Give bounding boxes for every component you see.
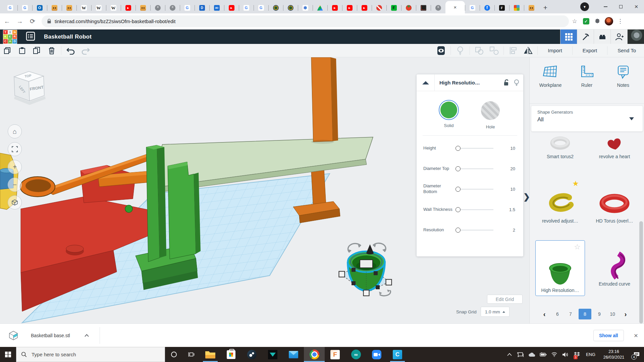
favorite-star-icon[interactable]: ★ [572, 179, 579, 188]
google-tab[interactable]: G [180, 2, 195, 13]
shape-tile[interactable]: HD Torus (overl… [590, 177, 639, 226]
youtube-tab[interactable]: ▶ [357, 2, 372, 13]
workplane-tool[interactable]: Workplane [534, 65, 567, 88]
zoom-in-button[interactable]: + [8, 160, 22, 174]
steam-taskbar-button[interactable] [241, 347, 262, 362]
download-bar-close-icon[interactable]: × [634, 331, 638, 340]
tomato-tab[interactable] [401, 2, 416, 13]
send-to-button[interactable]: Send To [609, 44, 644, 57]
post-shape[interactable] [311, 57, 338, 144]
active-tab[interactable]: × [445, 1, 465, 13]
tinkercad-tab[interactable] [509, 2, 524, 13]
ruler-tool[interactable]: Ruler [570, 65, 603, 88]
show-all-button[interactable]: Show all [593, 330, 624, 341]
robot-tab[interactable] [524, 2, 539, 13]
ungroup-button[interactable] [487, 44, 501, 57]
media-control-button[interactable]: ▼ [580, 2, 589, 11]
youtube-tab[interactable]: ▶ [121, 2, 136, 13]
language-indicator[interactable]: ENG [583, 347, 598, 362]
cortana-button[interactable] [165, 347, 182, 362]
favorite-star-outline-icon[interactable]: ☆ [574, 243, 581, 251]
wiki-tab[interactable]: W [91, 2, 106, 13]
wiki-tab[interactable]: W [76, 2, 91, 13]
shape-tile[interactable]: Smart torus2 [535, 132, 585, 162]
account-avatar[interactable] [627, 29, 644, 44]
paste-button[interactable] [15, 44, 30, 57]
google-tab[interactable]: G [254, 2, 268, 13]
hole-option[interactable]: Hole [480, 100, 501, 129]
url-field[interactable]: tinkercad.com/things/bzZ2siwsOfm-basketb… [42, 15, 569, 27]
tray-chevron-icon[interactable] [504, 347, 515, 362]
robot-tab[interactable] [62, 2, 76, 13]
globe-tab[interactable] [165, 2, 180, 13]
brick-button[interactable] [594, 29, 610, 44]
slider-track[interactable] [460, 209, 493, 210]
globe-tab[interactable] [431, 2, 445, 13]
file-explorer-taskbar-button[interactable] [200, 347, 221, 362]
prev-page-button[interactable]: ‹ [539, 309, 549, 319]
view-cube[interactable]: TOP LEFT FRONT [9, 67, 48, 109]
action-center-icon[interactable]: 4 [629, 347, 644, 362]
crest-tab[interactable] [283, 2, 298, 13]
dropbox-icon[interactable]: 3 [571, 347, 583, 362]
google-tab[interactable]: G [465, 2, 480, 13]
browser-menu-icon[interactable]: ⋮ [614, 16, 626, 27]
shape-tile[interactable]: ☆High Resolution… [535, 240, 585, 296]
predator-taskbar-button[interactable] [262, 347, 283, 362]
facebook-tab[interactable]: f [480, 2, 494, 13]
microsoft-store-taskbar-button[interactable] [221, 347, 241, 362]
mail-taskbar-button[interactable] [283, 347, 304, 362]
wiki-tab[interactable]: W [106, 2, 121, 13]
window-minimize-button[interactable] [598, 0, 613, 13]
slider-knob[interactable] [455, 146, 461, 151]
group-button[interactable] [472, 44, 487, 57]
solid-swatch[interactable] [440, 102, 457, 118]
fit-view-button[interactable] [8, 142, 22, 156]
start-button[interactable] [0, 347, 16, 362]
outlook-tab[interactable]: O [32, 2, 47, 13]
fblack-tab[interactable]: F [494, 2, 509, 13]
shape-generators-dropdown[interactable]: Shape Generators All [531, 106, 643, 131]
profile-avatar[interactable] [603, 16, 614, 27]
redo-button[interactable] [78, 44, 93, 57]
youtube-tab[interactable]: ▶ [342, 2, 357, 13]
duplicate-button[interactable] [30, 44, 44, 57]
snap-grid-select[interactable]: 1.0 mm [481, 307, 509, 317]
slider-track[interactable] [460, 230, 493, 231]
shape-tile[interactable]: ★revolved adjust… [535, 177, 585, 226]
copy-button[interactable] [0, 44, 15, 57]
flower-tab[interactable]: ✽ [298, 2, 313, 13]
bookmark-star-icon[interactable]: ☆ [569, 16, 580, 27]
viewport-3d[interactable]: TOP LEFT FRONT ⌂ + − ❯ High Resolutio… [0, 57, 529, 323]
cast-icon[interactable] [515, 347, 526, 362]
new-tab-button[interactable]: + [539, 2, 552, 13]
inspector-collapse-button[interactable] [417, 74, 435, 91]
notes-tool[interactable]: Notes [606, 65, 640, 88]
chevron-up-icon[interactable] [84, 334, 89, 337]
design-title[interactable]: Basketball Robot [44, 34, 92, 40]
clickteam-taskbar-button[interactable]: C [387, 347, 408, 362]
translate-tab[interactable]: G [3, 2, 17, 13]
next-page-button[interactable]: › [621, 309, 631, 319]
export-button[interactable]: Export [575, 44, 605, 57]
search-input[interactable] [31, 351, 145, 358]
import-button[interactable]: Import [540, 44, 570, 57]
tab-close-icon[interactable]: × [452, 4, 458, 10]
selected-hoop-shape[interactable] [339, 243, 392, 296]
dashboard-grid-button[interactable] [560, 29, 577, 44]
task-view-button[interactable] [182, 347, 200, 362]
volume-icon[interactable] [559, 347, 571, 362]
arduino-taskbar-button[interactable]: ∞ [345, 347, 366, 362]
solid-option[interactable]: Solid [439, 100, 459, 129]
show-hide-button[interactable] [434, 44, 448, 57]
page-8-button[interactable]: 8 [579, 309, 591, 319]
fgreen-tab[interactable]: F [386, 2, 401, 13]
camtasia-tab[interactable] [416, 2, 431, 13]
sidebar-scrollbar[interactable] [639, 221, 643, 323]
audio-tab[interactable]: D [195, 2, 209, 13]
back-button[interactable]: ← [1, 16, 13, 27]
hole-swatch[interactable] [481, 101, 500, 120]
align-button[interactable] [506, 44, 521, 57]
onedrive-icon[interactable] [526, 347, 537, 362]
undo-button[interactable] [63, 44, 78, 57]
